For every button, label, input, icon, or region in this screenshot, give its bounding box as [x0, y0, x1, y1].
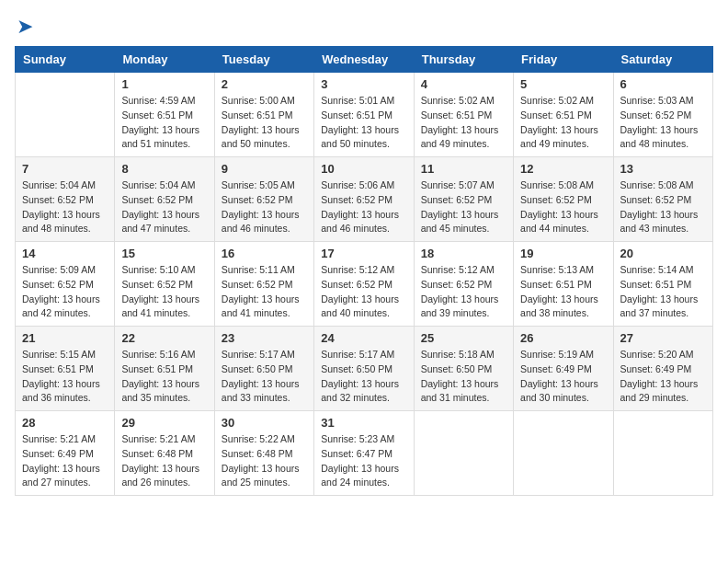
sunrise-text: Sunrise: 5:20 AM [620, 349, 694, 360]
day-number: 3 [321, 77, 406, 91]
calendar-day-cell: 26 Sunrise: 5:19 AM Sunset: 6:49 PM Dayl… [514, 327, 613, 411]
day-info: Sunrise: 5:07 AM Sunset: 6:52 PM Dayligh… [421, 178, 506, 236]
calendar-day-cell: 21 Sunrise: 5:15 AM Sunset: 6:51 PM Dayl… [16, 327, 115, 411]
header: ➤ [15, 15, 713, 39]
daylight-text: Daylight: 13 hours and 41 minutes. [222, 293, 300, 319]
sunset-text: Sunset: 6:47 PM [321, 448, 392, 459]
day-number: 11 [421, 162, 506, 176]
daylight-text: Daylight: 13 hours and 38 minutes. [520, 293, 598, 319]
daylight-text: Daylight: 13 hours and 45 minutes. [421, 209, 499, 235]
sunset-text: Sunset: 6:51 PM [421, 109, 493, 121]
day-info: Sunrise: 5:18 AM Sunset: 6:50 PM Dayligh… [421, 348, 506, 406]
day-info: Sunrise: 5:12 AM Sunset: 6:52 PM Dayligh… [421, 263, 506, 321]
sunrise-text: Sunrise: 5:13 AM [520, 264, 594, 275]
day-info: Sunrise: 5:04 AM Sunset: 6:52 PM Dayligh… [121, 178, 207, 236]
day-info: Sunrise: 5:20 AM Sunset: 6:49 PM Dayligh… [620, 348, 706, 406]
day-number: 14 [22, 247, 108, 260]
calendar-day-cell: 10 Sunrise: 5:06 AM Sunset: 6:52 PM Dayl… [314, 157, 414, 242]
sunset-text: Sunset: 6:48 PM [222, 448, 293, 459]
calendar-day-cell [414, 411, 513, 496]
sunset-text: Sunset: 6:51 PM [321, 109, 392, 121]
daylight-text: Daylight: 13 hours and 33 minutes. [222, 378, 300, 404]
sunrise-text: Sunrise: 5:18 AM [421, 349, 495, 360]
calendar-day-cell [613, 411, 712, 496]
sunset-text: Sunset: 6:52 PM [620, 194, 692, 205]
sunset-text: Sunset: 6:51 PM [22, 363, 94, 374]
sunset-text: Sunset: 6:52 PM [421, 194, 493, 205]
day-number: 26 [520, 331, 606, 345]
sunset-text: Sunset: 6:52 PM [520, 194, 592, 205]
day-number: 6 [620, 77, 706, 91]
calendar-day-cell: 5 Sunrise: 5:02 AM Sunset: 6:51 PM Dayli… [514, 73, 613, 157]
day-number: 27 [620, 331, 706, 345]
daylight-text: Daylight: 13 hours and 31 minutes. [421, 378, 499, 404]
calendar-day-cell: 30 Sunrise: 5:22 AM Sunset: 6:48 PM Dayl… [214, 411, 313, 496]
calendar-week-row: 21 Sunrise: 5:15 AM Sunset: 6:51 PM Dayl… [16, 327, 713, 411]
weekday-header-cell: Monday [115, 47, 214, 73]
sunrise-text: Sunrise: 5:07 AM [421, 179, 495, 190]
day-number: 17 [321, 247, 406, 260]
calendar-day-cell [16, 73, 115, 157]
weekday-header-cell: Friday [514, 47, 613, 73]
day-info: Sunrise: 5:21 AM Sunset: 6:49 PM Dayligh… [22, 432, 108, 490]
day-info: Sunrise: 5:04 AM Sunset: 6:52 PM Dayligh… [22, 178, 108, 236]
daylight-text: Daylight: 13 hours and 49 minutes. [421, 124, 499, 150]
day-number: 5 [520, 77, 606, 91]
daylight-text: Daylight: 13 hours and 46 minutes. [321, 209, 399, 235]
sunset-text: Sunset: 6:52 PM [321, 279, 392, 290]
calendar-day-cell: 4 Sunrise: 5:02 AM Sunset: 6:51 PM Dayli… [414, 73, 513, 157]
sunrise-text: Sunrise: 4:59 AM [121, 95, 195, 106]
calendar-day-cell: 1 Sunrise: 4:59 AM Sunset: 6:51 PM Dayli… [115, 73, 214, 157]
calendar-week-row: 1 Sunrise: 4:59 AM Sunset: 6:51 PM Dayli… [16, 73, 713, 157]
sunset-text: Sunset: 6:52 PM [22, 279, 94, 290]
day-number: 1 [121, 77, 207, 91]
sunset-text: Sunset: 6:51 PM [520, 279, 592, 290]
calendar-day-cell: 22 Sunrise: 5:16 AM Sunset: 6:51 PM Dayl… [115, 327, 214, 411]
day-number: 20 [620, 247, 706, 260]
day-info: Sunrise: 5:12 AM Sunset: 6:52 PM Dayligh… [321, 263, 406, 321]
sunrise-text: Sunrise: 5:12 AM [421, 264, 495, 275]
calendar-day-cell: 29 Sunrise: 5:21 AM Sunset: 6:48 PM Dayl… [115, 411, 214, 496]
day-info: Sunrise: 5:16 AM Sunset: 6:51 PM Dayligh… [121, 348, 207, 406]
sunrise-text: Sunrise: 5:08 AM [520, 179, 594, 190]
daylight-text: Daylight: 13 hours and 49 minutes. [520, 124, 598, 150]
calendar-day-cell: 19 Sunrise: 5:13 AM Sunset: 6:51 PM Dayl… [514, 242, 613, 327]
calendar-day-cell: 28 Sunrise: 5:21 AM Sunset: 6:49 PM Dayl… [16, 411, 115, 496]
sunrise-text: Sunrise: 5:19 AM [520, 349, 594, 360]
day-info: Sunrise: 5:02 AM Sunset: 6:51 PM Dayligh… [520, 94, 606, 152]
day-number: 25 [421, 331, 506, 345]
day-info: Sunrise: 4:59 AM Sunset: 6:51 PM Dayligh… [121, 94, 207, 152]
sunrise-text: Sunrise: 5:23 AM [321, 433, 394, 444]
daylight-text: Daylight: 13 hours and 37 minutes. [620, 293, 699, 319]
daylight-text: Daylight: 13 hours and 41 minutes. [121, 293, 199, 319]
sunset-text: Sunset: 6:52 PM [222, 194, 293, 205]
sunrise-text: Sunrise: 5:21 AM [22, 433, 96, 444]
daylight-text: Daylight: 13 hours and 44 minutes. [520, 209, 598, 235]
day-number: 29 [121, 416, 207, 430]
sunrise-text: Sunrise: 5:08 AM [620, 179, 694, 190]
daylight-text: Daylight: 13 hours and 40 minutes. [321, 293, 399, 319]
daylight-text: Daylight: 13 hours and 36 minutes. [22, 378, 100, 404]
sunrise-text: Sunrise: 5:15 AM [22, 349, 96, 360]
daylight-text: Daylight: 13 hours and 47 minutes. [121, 209, 199, 235]
calendar-day-cell: 24 Sunrise: 5:17 AM Sunset: 6:50 PM Dayl… [314, 327, 414, 411]
day-info: Sunrise: 5:03 AM Sunset: 6:52 PM Dayligh… [620, 94, 706, 152]
day-info: Sunrise: 5:06 AM Sunset: 6:52 PM Dayligh… [321, 178, 406, 236]
calendar-day-cell: 16 Sunrise: 5:11 AM Sunset: 6:52 PM Dayl… [214, 242, 313, 327]
calendar-day-cell: 11 Sunrise: 5:07 AM Sunset: 6:52 PM Dayl… [414, 157, 513, 242]
day-info: Sunrise: 5:15 AM Sunset: 6:51 PM Dayligh… [22, 348, 108, 406]
weekday-header-cell: Wednesday [314, 47, 414, 73]
weekday-header-cell: Saturday [613, 47, 712, 73]
sunset-text: Sunset: 6:52 PM [121, 194, 193, 205]
day-info: Sunrise: 5:11 AM Sunset: 6:52 PM Dayligh… [222, 263, 307, 321]
day-number: 19 [520, 247, 606, 260]
day-number: 28 [22, 416, 108, 430]
day-info: Sunrise: 5:05 AM Sunset: 6:52 PM Dayligh… [222, 178, 307, 236]
calendar-day-cell: 7 Sunrise: 5:04 AM Sunset: 6:52 PM Dayli… [16, 157, 115, 242]
calendar-week-row: 14 Sunrise: 5:09 AM Sunset: 6:52 PM Dayl… [16, 242, 713, 327]
sunset-text: Sunset: 6:49 PM [620, 363, 692, 374]
sunset-text: Sunset: 6:51 PM [222, 109, 293, 121]
day-info: Sunrise: 5:10 AM Sunset: 6:52 PM Dayligh… [121, 263, 207, 321]
day-number: 21 [22, 331, 108, 345]
day-number: 30 [222, 416, 307, 430]
